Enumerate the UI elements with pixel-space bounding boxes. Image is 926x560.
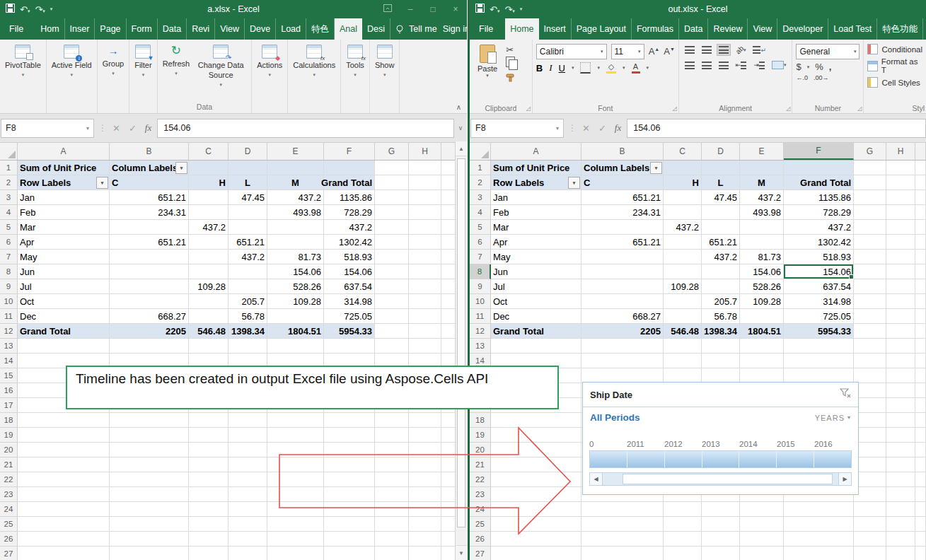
cell-B22[interactable] bbox=[110, 472, 189, 487]
cell-F18[interactable] bbox=[324, 413, 375, 428]
cell-F9[interactable]: 637.54 bbox=[324, 279, 375, 294]
cell-G27[interactable] bbox=[854, 547, 886, 560]
cell-H6[interactable] bbox=[409, 235, 441, 250]
cell-E19[interactable] bbox=[267, 428, 324, 443]
cell-C8[interactable] bbox=[664, 264, 702, 279]
decrease-decimal-icon[interactable]: .00→ bbox=[814, 74, 829, 81]
cell-C6[interactable] bbox=[664, 235, 702, 250]
filter-button[interactable]: ▼Filter▾ bbox=[132, 43, 154, 80]
cell-F21[interactable] bbox=[324, 457, 375, 472]
cell-A11[interactable]: Dec bbox=[18, 309, 110, 324]
cell-B10[interactable] bbox=[581, 294, 664, 309]
cell-F3[interactable]: 1135.86 bbox=[784, 190, 854, 205]
cell-F4[interactable]: 728.29 bbox=[784, 205, 854, 220]
cell-D1[interactable] bbox=[228, 161, 267, 175]
cell-H21[interactable] bbox=[409, 457, 441, 472]
cell-H18[interactable] bbox=[886, 413, 915, 428]
cell-G11[interactable] bbox=[854, 309, 886, 324]
cell-E8[interactable]: 154.06 bbox=[267, 264, 324, 279]
insert-function-icon[interactable]: fx bbox=[615, 122, 621, 134]
cell-E6[interactable] bbox=[740, 235, 784, 250]
cell-A8[interactable]: Jun bbox=[491, 264, 581, 279]
cell-D12[interactable]: 1398.34 bbox=[702, 324, 740, 339]
cell-G7[interactable] bbox=[854, 250, 886, 264]
cell-E18[interactable] bbox=[267, 413, 324, 428]
tab-page[interactable]: Page bbox=[95, 18, 126, 40]
row-header-2[interactable]: 2 bbox=[0, 175, 18, 190]
row-header-19[interactable]: 19 bbox=[0, 428, 18, 443]
cell-H6[interactable] bbox=[886, 235, 915, 250]
cell-C9[interactable]: 109.28 bbox=[664, 279, 702, 294]
minimize-button[interactable]: – bbox=[399, 0, 422, 18]
cell-C25[interactable] bbox=[189, 517, 228, 532]
percent-style-icon[interactable]: % bbox=[815, 62, 823, 71]
cell-G23[interactable] bbox=[375, 487, 409, 502]
cell-H13[interactable] bbox=[886, 339, 915, 354]
cell-H2[interactable] bbox=[886, 175, 915, 190]
cell-E9[interactable]: 528.26 bbox=[740, 279, 784, 294]
cell-C5[interactable]: 437.2 bbox=[189, 220, 228, 235]
cell-H2[interactable] bbox=[409, 175, 441, 190]
cell-E21[interactable] bbox=[267, 457, 324, 472]
tab-anal[interactable]: Anal bbox=[335, 18, 362, 40]
cell-D27[interactable] bbox=[702, 547, 740, 560]
cell-B3[interactable]: 651.21 bbox=[110, 190, 189, 205]
cell-G25[interactable] bbox=[854, 517, 886, 532]
cell-G10[interactable] bbox=[854, 294, 886, 309]
cell-C11[interactable] bbox=[664, 309, 702, 324]
cell-D8[interactable] bbox=[702, 264, 740, 279]
name-box[interactable]: F8 ▾ bbox=[470, 119, 564, 138]
tab-特色功能[interactable]: 特色功能 bbox=[877, 18, 923, 40]
cell-A12[interactable]: Grand Total bbox=[18, 324, 110, 339]
row-header-22[interactable]: 22 bbox=[0, 472, 18, 487]
cell-D9[interactable] bbox=[702, 279, 740, 294]
merge-center-icon[interactable]: ▾ bbox=[770, 59, 789, 71]
cell-H21[interactable] bbox=[886, 457, 915, 472]
cell-A13[interactable] bbox=[491, 339, 581, 354]
tab-特色[interactable]: 特色 bbox=[306, 18, 335, 40]
col-header-C[interactable]: C bbox=[664, 143, 702, 160]
cell-B13[interactable] bbox=[581, 339, 664, 354]
timeline-scroll-thumb[interactable] bbox=[623, 474, 833, 484]
cell-G26[interactable] bbox=[854, 532, 886, 547]
cell-E2[interactable]: M bbox=[740, 175, 784, 190]
cell-F12[interactable]: 5954.33 bbox=[784, 324, 854, 339]
cell-C26[interactable] bbox=[189, 532, 228, 547]
col-header-G[interactable]: G bbox=[375, 143, 409, 160]
cell-D18[interactable] bbox=[228, 413, 267, 428]
cell-C27[interactable] bbox=[664, 547, 702, 560]
cell-A10[interactable]: Oct bbox=[18, 294, 110, 309]
middle-align-icon[interactable] bbox=[700, 44, 714, 56]
cell-F9[interactable]: 637.54 bbox=[784, 279, 854, 294]
row-header-6[interactable]: 6 bbox=[0, 235, 18, 250]
cell-C1[interactable] bbox=[189, 161, 228, 175]
cell-F24[interactable] bbox=[784, 502, 854, 517]
cell-D4[interactable] bbox=[228, 205, 267, 220]
cell-B26[interactable] bbox=[581, 532, 664, 547]
cell-G2[interactable] bbox=[375, 175, 409, 190]
select-all-corner[interactable] bbox=[0, 143, 18, 160]
row-header-3[interactable]: 3 bbox=[470, 190, 491, 205]
cell-A3[interactable]: Jan bbox=[491, 190, 581, 205]
left-vertical-scrollbar[interactable]: ▲ ▼ bbox=[455, 141, 467, 560]
save-icon[interactable] bbox=[6, 4, 15, 15]
cell-B9[interactable] bbox=[581, 279, 664, 294]
row-header-8[interactable]: 8 bbox=[0, 264, 18, 279]
cell-H25[interactable] bbox=[886, 517, 915, 532]
scroll-up-icon[interactable]: ▲ bbox=[456, 141, 467, 156]
cell-A7[interactable]: May bbox=[18, 250, 110, 264]
cell-G2[interactable] bbox=[854, 175, 886, 190]
row-header-18[interactable]: 18 bbox=[470, 413, 491, 428]
row-header-9[interactable]: 9 bbox=[470, 279, 491, 294]
cell-B19[interactable] bbox=[110, 428, 189, 443]
timeline-scroll-gutter[interactable] bbox=[603, 473, 623, 485]
cell-styles-button[interactable]: Cell Styles bbox=[867, 77, 922, 88]
cell-A21[interactable] bbox=[491, 457, 581, 472]
row-header-26[interactable]: 26 bbox=[0, 532, 18, 547]
cell-E13[interactable] bbox=[740, 339, 784, 354]
cell-B25[interactable] bbox=[581, 517, 664, 532]
cell-G18[interactable] bbox=[375, 413, 409, 428]
cell-C13[interactable] bbox=[664, 339, 702, 354]
cell-C19[interactable] bbox=[189, 428, 228, 443]
row-header-22[interactable]: 22 bbox=[470, 472, 491, 487]
